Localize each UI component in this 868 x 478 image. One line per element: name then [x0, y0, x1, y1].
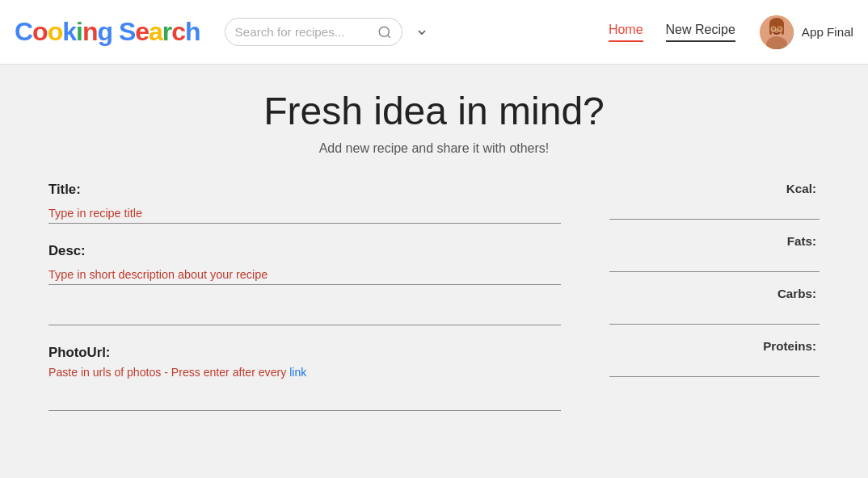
- proteins-group: Proteins:: [609, 339, 820, 377]
- fats-group: Fats:: [609, 234, 820, 272]
- photo-label: PhotoUrl:: [48, 345, 561, 361]
- photo-hint: Paste in urls of photos - Press enter af…: [48, 366, 561, 379]
- logo-letter: S: [119, 17, 135, 46]
- proteins-input[interactable]: [609, 356, 820, 377]
- avatar-image: [760, 15, 794, 49]
- carbs-input[interactable]: [609, 304, 820, 325]
- search-bar: [225, 18, 402, 46]
- main-content: Fresh idea in mind? Add new recipe and s…: [0, 65, 868, 435]
- logo-letter: i: [76, 17, 82, 46]
- nav-links: Home New Recipe: [438, 23, 735, 42]
- avatar: [760, 15, 794, 49]
- extra-input[interactable]: [48, 304, 561, 325]
- nav-home[interactable]: Home: [609, 23, 643, 42]
- photo-field-group: PhotoUrl: Paste in urls of photos - Pres…: [48, 345, 561, 411]
- title-label: Title:: [48, 182, 561, 198]
- title-input[interactable]: [48, 203, 561, 224]
- nav-new-recipe[interactable]: New Recipe: [666, 23, 735, 42]
- extra-field-group: [48, 304, 561, 325]
- carbs-group: Carbs:: [609, 287, 820, 325]
- kcal-group: Kcal:: [609, 182, 820, 220]
- hero-section: Fresh idea in mind? Add new recipe and s…: [48, 89, 820, 156]
- logo-letter: e: [135, 17, 149, 46]
- logo-letter: o: [48, 17, 63, 46]
- logo-letter: r: [162, 17, 171, 46]
- photo-input[interactable]: [48, 390, 561, 411]
- form-right-column: Kcal: Fats: Carbs: Proteins:: [609, 182, 820, 411]
- logo-letter: a: [149, 17, 162, 46]
- user-name-label: App Final: [802, 25, 853, 39]
- logo-letter: c: [171, 17, 185, 46]
- photo-link-text: link: [289, 366, 306, 379]
- hero-subtitle: Add new recipe and share it with others!: [48, 141, 820, 156]
- desc-field-group: Desc:: [48, 243, 561, 285]
- search-dropdown-button[interactable]: [415, 26, 428, 39]
- desc-label: Desc:: [48, 243, 561, 259]
- navbar: Cooking Search Home New Recipe: [0, 0, 868, 65]
- title-field-group: Title:: [48, 182, 561, 224]
- svg-point-0: [379, 27, 389, 36]
- logo-letter: h: [185, 17, 200, 46]
- svg-line-1: [387, 35, 390, 37]
- logo-letter: o: [32, 17, 48, 46]
- chevron-down-icon: [415, 26, 428, 39]
- logo-letter: g: [97, 17, 112, 46]
- fats-input[interactable]: [609, 251, 820, 272]
- desc-input[interactable]: [48, 264, 561, 285]
- user-area: App Final: [760, 15, 853, 49]
- kcal-label: Kcal:: [609, 182, 820, 195]
- kcal-input[interactable]: [609, 199, 820, 220]
- recipe-form: Title: Desc: PhotoUrl: Paste in urls of …: [48, 182, 820, 411]
- fats-label: Fats:: [609, 234, 820, 248]
- search-button[interactable]: [377, 25, 392, 40]
- logo: Cooking Search: [15, 17, 200, 47]
- search-input[interactable]: [235, 22, 373, 42]
- proteins-label: Proteins:: [609, 339, 820, 353]
- logo-letter: n: [82, 17, 98, 46]
- search-icon: [377, 25, 392, 40]
- form-left-column: Title: Desc: PhotoUrl: Paste in urls of …: [48, 182, 561, 411]
- hero-title: Fresh idea in mind?: [48, 89, 820, 133]
- logo-letter: C: [15, 17, 32, 46]
- carbs-label: Carbs:: [609, 287, 820, 300]
- logo-letter: k: [62, 17, 76, 46]
- photo-hint-text: Paste in urls of photos - Press enter af…: [48, 366, 286, 379]
